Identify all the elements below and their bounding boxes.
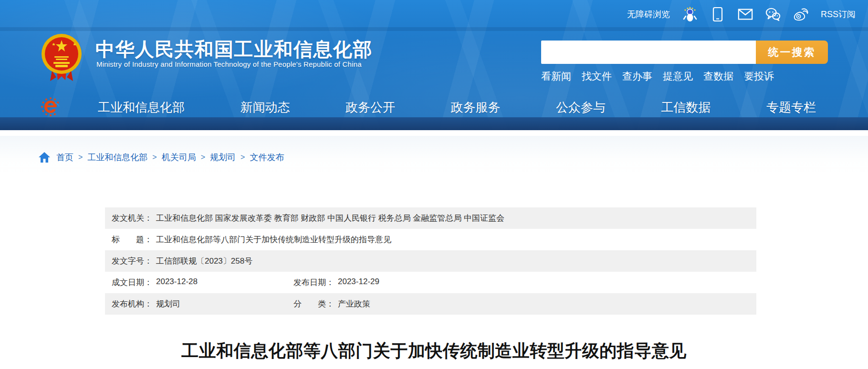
mobile-icon[interactable] (710, 7, 725, 22)
breadcrumb-departments[interactable]: 机关司局 (162, 152, 196, 163)
meta-label: 发文字号： (112, 256, 152, 266)
nav-item-gov-affairs[interactable]: 政务公开 (345, 99, 395, 116)
breadcrumb-planning-dept[interactable]: 规划司 (210, 152, 236, 163)
quick-link-files[interactable]: 找文件 (582, 70, 612, 83)
robot-mascot-icon[interactable] (682, 7, 698, 22)
miit-gov-page: 无障碍浏览 (0, 0, 868, 369)
meta-value: 产业政策 (338, 298, 370, 309)
rss-link[interactable]: RSS订阅 (821, 9, 856, 20)
site-header: 无障碍浏览 (0, 0, 868, 130)
meta-label: 发布日期： (293, 277, 334, 288)
nav-item-miit[interactable]: 工业和信息化部 (98, 99, 185, 116)
breadcrumb-separator: > (78, 153, 83, 162)
meta-label: 发文机关： (112, 213, 152, 224)
breadcrumb-home[interactable]: 首页 (56, 152, 73, 163)
meta-value: 工业和信息化部等八部门关于加快传统制造业转型升级的指导意见 (156, 234, 391, 245)
national-emblem-logo[interactable] (41, 33, 83, 83)
search-input[interactable] (541, 41, 756, 64)
quick-links: 看新闻 找文件 查办事 提意见 查数据 要投诉 (541, 70, 774, 83)
unified-search: 统一搜索 (541, 41, 828, 64)
meta-value: 规划司 (156, 298, 180, 309)
meta-value: 2023-12-29 (338, 277, 379, 288)
gov-e-logo-icon (41, 97, 61, 117)
meta-label: 发布机构： (112, 298, 152, 309)
document-title: 工业和信息化部等八部门关于加快传统制造业转型升级的指导意见 (0, 339, 868, 363)
document-meta-table: 发文机关： 工业和信息化部 国家发展改革委 教育部 财政部 中国人民银行 税务总… (105, 207, 756, 315)
nav-item-news[interactable]: 新闻动态 (241, 99, 290, 116)
utility-bar: 无障碍浏览 (627, 0, 856, 29)
meta-value: 2023-12-28 (156, 277, 198, 288)
breadcrumb-separator: > (201, 153, 205, 162)
meta-row-publisher-category: 发布机构： 规划司 分 类： 产业政策 (105, 293, 756, 315)
site-title-en: Ministry of Industry and Information Tec… (96, 60, 362, 68)
breadcrumb-miit[interactable]: 工业和信息化部 (87, 152, 147, 163)
meta-label: 标 题： (112, 234, 152, 245)
meta-label: 成文日期： (112, 277, 152, 288)
breadcrumb-current-page: 文件发布 (250, 152, 284, 163)
meta-value: 工业和信息化部 国家发展改革委 教育部 财政部 中国人民银行 税务总局 金融监管… (156, 213, 504, 224)
nav-item-topics[interactable]: 专题专栏 (766, 99, 816, 116)
quick-link-services[interactable]: 查办事 (622, 70, 652, 83)
nav-item-gov-services[interactable]: 政务服务 (451, 99, 501, 116)
nav-item-participation[interactable]: 公众参与 (556, 99, 606, 116)
mail-icon[interactable] (738, 7, 753, 22)
breadcrumb-separator: > (241, 153, 245, 162)
meta-row-dates: 成文日期： 2023-12-28 发布日期： 2023-12-29 (105, 272, 756, 293)
wechat-icon[interactable] (765, 7, 781, 22)
site-title-cn[interactable]: 中华人民共和国工业和信息化部 (95, 36, 373, 62)
quick-link-news[interactable]: 看新闻 (541, 70, 571, 83)
meta-row-doc-number: 发文字号： 工信部联规〔2023〕258号 (105, 250, 756, 272)
quick-link-complaint[interactable]: 要投诉 (744, 70, 774, 83)
meta-row-title: 标 题： 工业和信息化部等八部门关于加快传统制造业转型升级的指导意见 (105, 229, 756, 250)
weibo-icon[interactable] (793, 7, 808, 22)
breadcrumb: 首页 > 工业和信息化部 > 机关司局 > 规划司 > 文件发布 (38, 152, 284, 163)
nav-item-data[interactable]: 工信数据 (661, 99, 711, 116)
main-nav: 工业和信息化部 新闻动态 政务公开 政务服务 公众参与 工信数据 专题专栏 (98, 99, 816, 116)
breadcrumb-separator: > (152, 153, 157, 162)
meta-label: 分 类： (293, 298, 334, 309)
quick-link-data[interactable]: 查数据 (703, 70, 733, 83)
meta-row-issuing-agencies: 发文机关： 工业和信息化部 国家发展改革委 教育部 财政部 中国人民银行 税务总… (105, 207, 756, 229)
header-bottom-strip (0, 117, 868, 130)
search-button[interactable]: 统一搜索 (756, 41, 828, 64)
meta-value: 工信部联规〔2023〕258号 (156, 256, 252, 266)
home-icon[interactable] (38, 152, 51, 163)
quick-link-feedback[interactable]: 提意见 (663, 70, 693, 83)
accessibility-link[interactable]: 无障碍浏览 (627, 9, 670, 20)
